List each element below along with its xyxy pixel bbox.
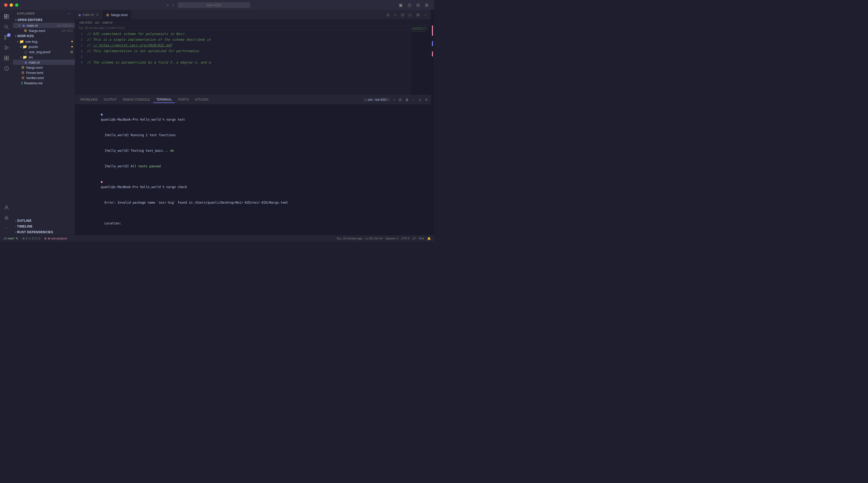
activity-more[interactable]: ··· [2, 223, 11, 233]
terminal-dropdown-icon[interactable]: ▾ [388, 98, 389, 101]
delete-terminal-button[interactable]: 🗑 [404, 97, 410, 102]
notifications-icon: 🔔 [427, 237, 431, 240]
file-name-readme: Readme.md [24, 81, 73, 85]
status-notifications[interactable]: 🔔 [426, 237, 432, 240]
terminal-close-button[interactable]: ✕ [424, 97, 429, 102]
timeline-section-header[interactable]: › TIMELINE [13, 223, 75, 229]
editor-content: You, 35 minutes ago | 1 author (You) 1 2… [75, 26, 431, 95]
svg-rect-2 [7, 16, 8, 19]
activity-explorer[interactable] [2, 12, 11, 21]
term-line-7 [78, 210, 428, 216]
sidebar-folder-src[interactable]: ▾ 📁 src [13, 55, 75, 60]
tab-main-nr[interactable]: ◈ main.nr ✕ [75, 10, 103, 20]
open-editor-main-nr[interactable]: ✕ ◈ main.nr noir-KZG/src [13, 23, 75, 28]
close-button[interactable] [4, 3, 7, 7]
activity-search[interactable] [2, 22, 11, 32]
noir-kzg-section-header[interactable]: ▾ NOIR-KZG [13, 33, 75, 39]
status-language[interactable]: Noir [418, 237, 425, 240]
breadcrumb-part-2[interactable]: src [95, 21, 99, 24]
tab-terminal[interactable]: TERMINAL [153, 97, 175, 103]
code-content[interactable]: // KZG commitment scheme for polynomials… [87, 30, 410, 95]
file-name-nargo: Nargo.toml [26, 66, 73, 69]
split-terminal-button[interactable]: ⊟ [398, 97, 403, 102]
file-name-prover: Prover.toml [26, 71, 73, 75]
terminal-shell-name: zsh - noir-KZG [368, 98, 386, 101]
breadcrumb-part-1[interactable]: noir-KZG [79, 21, 92, 24]
status-branch[interactable]: ⎇ main* ↻ [2, 235, 19, 241]
tab-output[interactable]: OUTPUT [101, 97, 120, 103]
tab-debug-console[interactable]: DEBUG CONSOLE [120, 97, 153, 103]
right-scrollbar[interactable] [431, 10, 434, 235]
terminal-content[interactable]: ● quanli@s-MacBook-Pro hello_world % nar… [75, 104, 431, 235]
tab-nargo-toml[interactable]: ⚙ Nargo.toml [103, 10, 131, 20]
status-rust-analyzer[interactable]: ⊗ ⊗ rust-analyzer [43, 235, 68, 241]
sidebar-folder-noir-kzg[interactable]: ▾ 📁 noir-kzg [13, 39, 75, 44]
tab-gitlens[interactable]: GITLENS [192, 97, 212, 103]
more-actions-button[interactable]: ··· [423, 12, 429, 18]
toggle-split-button[interactable]: ⊡ [400, 12, 406, 18]
svg-rect-0 [4, 14, 6, 17]
code-comment-6: // The scheme is parametrized by a field… [87, 60, 211, 65]
proof-badge: M [70, 50, 73, 54]
sidebar-file-readme[interactable]: ℹ Readme.md [13, 81, 75, 86]
toggle-map-button[interactable]: ○ [393, 12, 398, 18]
toggle-refs-button[interactable]: ⊙ [385, 12, 391, 18]
file-icon-nargo: ⚙ [21, 65, 25, 69]
sidebar-file-main-nr[interactable]: ◈ main.nr [13, 60, 75, 65]
code-editor: You, 35 minutes ago | 1 author (You) 1 2… [75, 26, 410, 95]
open-editors-header[interactable]: ▾ OPEN EDITORS [13, 17, 75, 23]
status-blame[interactable]: You, 33 minutes ago [336, 237, 364, 240]
close-icon[interactable]: ✕ [18, 24, 21, 27]
code-link-3[interactable]: // https://eprint.iacr.org/2010/622.pdf [93, 42, 172, 48]
file-icon-verifier: ⚙ [21, 76, 25, 80]
minimize-button[interactable] [9, 3, 13, 7]
split-editor-button[interactable]: ⊟ [415, 12, 421, 18]
run-button[interactable]: ▷ [407, 12, 413, 18]
activity-settings[interactable] [2, 213, 11, 222]
activity-run[interactable] [2, 43, 11, 52]
status-eol[interactable]: LF [411, 237, 417, 240]
open-editor-nargo-toml[interactable]: ⚙ Nargo.toml noir-KZG [13, 28, 75, 33]
file-icon-main-nr: ◈ [24, 60, 27, 64]
proofs-chevron: ▾ [20, 46, 22, 48]
folder-icon-proofs: 📁 [23, 44, 27, 49]
warnings-count: 0 [32, 237, 33, 240]
status-position[interactable]: Ln 59, Col 14 [364, 237, 383, 240]
nav-forward-button[interactable]: › [171, 2, 176, 8]
outline-section-header[interactable]: › OUTLINE [13, 218, 75, 223]
sidebar-file-verifier-toml[interactable]: ⚙ Verifier.toml [13, 75, 75, 81]
folder-name-src: src [29, 55, 73, 59]
sidebar-file-nargo-toml[interactable]: ⚙ Nargo.toml [13, 65, 75, 70]
activity-git[interactable] [2, 64, 11, 73]
tab-problems[interactable]: PROBLEMS [77, 97, 101, 103]
breadcrumb-part-3[interactable]: main.nr [102, 21, 113, 24]
tab-close-main-nr[interactable]: ✕ [95, 13, 99, 17]
rust-deps-section-header[interactable]: › RUST DEPENDENCIES [13, 229, 75, 235]
outline-chevron: › [15, 219, 16, 222]
sidebar-file-prover-toml[interactable]: ⚙ Prover.toml [13, 70, 75, 75]
activity-extensions[interactable] [2, 54, 11, 63]
status-bar: ⎇ main* ↻ ⊗ 0 ⚠ 0 ⓘ 0 ⊗ ⊗ rust-analyzer … [0, 235, 434, 241]
status-encoding[interactable]: UTF-8 [400, 237, 410, 240]
terminal-up-button[interactable]: ∧ [418, 97, 422, 102]
status-spaces[interactable]: Spaces: 4 [384, 237, 399, 240]
activity-source-control[interactable]: 1 [2, 33, 11, 42]
term-line-9: crates/nargo_cli/src/cli/mod.rs:79:5 [78, 231, 428, 235]
layout2-button[interactable]: ⊟ [415, 2, 421, 8]
sidebar-folder-proofs[interactable]: ▾ 📁 proofs [13, 44, 75, 49]
layout1-button[interactable]: ⊡ [406, 2, 413, 8]
sidebar-toggle-button[interactable]: ▣ [397, 2, 404, 8]
editor-actions: ⊙ ○ ⊡ ▷ ⊟ ··· [383, 10, 431, 20]
tab-ports[interactable]: PORTS [175, 97, 192, 103]
code-line-3: // // https://eprint.iacr.org/2010/622.p… [87, 42, 410, 48]
status-errors[interactable]: ⊗ 0 ⚠ 0 ⓘ 0 [21, 235, 41, 241]
activity-account[interactable] [2, 203, 11, 212]
search-input[interactable] [178, 2, 250, 8]
more-terminal-button[interactable]: ··· [411, 97, 416, 102]
sidebar-file-proof[interactable]: ◻ noir_kzg.proof M [13, 49, 75, 55]
sidebar-menu-button[interactable]: ··· [68, 12, 71, 15]
nav-back-button[interactable]: ‹ [165, 2, 170, 8]
maximize-button[interactable] [15, 3, 19, 7]
layout3-button[interactable]: ⊞ [423, 2, 430, 8]
new-terminal-button[interactable]: + [392, 97, 396, 102]
